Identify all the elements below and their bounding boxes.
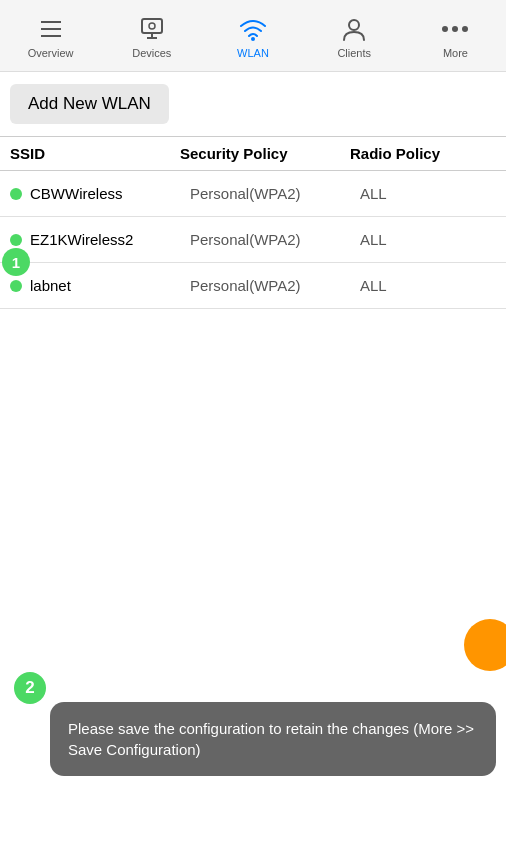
security-2: Personal(WPA2): [190, 231, 360, 248]
svg-point-7: [251, 37, 255, 41]
overview-icon: [35, 15, 67, 43]
header-radio: Radio Policy: [350, 145, 496, 162]
security-1: Personal(WPA2): [190, 185, 360, 202]
step-badge-2: 2: [14, 672, 46, 704]
status-dot-2: [10, 234, 22, 246]
overview-label: Overview: [28, 47, 74, 59]
status-dot-1: [10, 188, 22, 200]
ssid-2: EZ1KWireless2: [30, 231, 190, 248]
radio-1: ALL: [360, 185, 496, 202]
nav-item-more[interactable]: More: [405, 15, 506, 59]
wlan-table: SSID Security Policy Radio Policy CBWWir…: [0, 136, 506, 309]
ssid-1: CBWWireless: [30, 185, 190, 202]
table-header: SSID Security Policy Radio Policy: [0, 137, 506, 171]
devices-icon: [136, 15, 168, 43]
wlan-icon: [237, 15, 269, 43]
ssid-3: labnet: [30, 277, 190, 294]
devices-label: Devices: [132, 47, 171, 59]
add-wlan-row: Add New WLAN: [0, 72, 506, 136]
status-dot-3: [10, 280, 22, 292]
table-row[interactable]: labnet Personal(WPA2) ALL: [0, 263, 506, 309]
tooltip-container: Please save the configuration to retain …: [50, 702, 496, 776]
clients-icon: [338, 15, 370, 43]
svg-point-8: [349, 20, 359, 30]
radio-3: ALL: [360, 277, 496, 294]
wlan-label: WLAN: [237, 47, 269, 59]
more-icon: [439, 15, 471, 43]
step-badge-1: 1: [2, 248, 30, 276]
table-row[interactable]: CBWWireless Personal(WPA2) ALL: [0, 171, 506, 217]
tooltip-box: Please save the configuration to retain …: [50, 702, 496, 776]
nav-item-devices[interactable]: Devices: [101, 15, 202, 59]
svg-point-10: [452, 26, 458, 32]
more-label: More: [443, 47, 468, 59]
svg-point-6: [149, 23, 155, 29]
radio-2: ALL: [360, 231, 496, 248]
tooltip-text: Please save the configuration to retain …: [68, 720, 474, 758]
add-wlan-button[interactable]: Add New WLAN: [10, 84, 169, 124]
security-3: Personal(WPA2): [190, 277, 360, 294]
clients-label: Clients: [337, 47, 371, 59]
svg-point-11: [462, 26, 468, 32]
orange-circle-decoration: [464, 619, 506, 671]
svg-point-9: [442, 26, 448, 32]
nav-item-wlan[interactable]: WLAN: [202, 15, 303, 59]
table-row[interactable]: EZ1KWireless2 Personal(WPA2) ALL 1: [0, 217, 506, 263]
nav-item-clients[interactable]: Clients: [304, 15, 405, 59]
svg-rect-3: [142, 19, 162, 33]
header-security: Security Policy: [180, 145, 350, 162]
top-navigation: Overview Devices WLAN: [0, 0, 506, 72]
header-ssid: SSID: [10, 145, 180, 162]
nav-item-overview[interactable]: Overview: [0, 15, 101, 59]
